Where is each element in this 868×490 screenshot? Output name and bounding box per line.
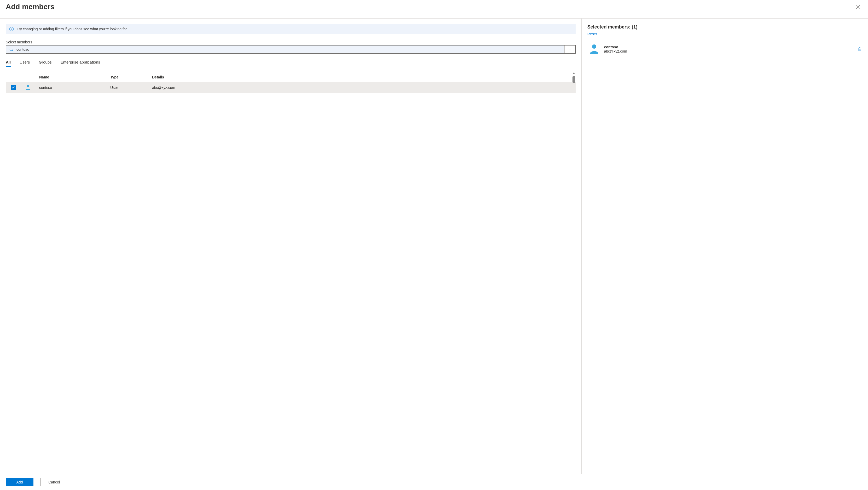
clear-icon — [568, 48, 572, 51]
check-icon — [12, 86, 15, 89]
user-icon — [589, 44, 599, 54]
trash-icon — [858, 47, 862, 51]
selected-item-name: contoso — [604, 45, 856, 49]
row-type: User — [110, 86, 152, 90]
clear-search-button[interactable] — [564, 46, 576, 53]
svg-point-7 — [592, 45, 596, 49]
search-input[interactable] — [17, 46, 564, 53]
tab-enterprise-applications[interactable]: Enterprise applications — [61, 60, 100, 67]
remove-selected-button[interactable] — [856, 47, 864, 51]
add-button[interactable]: Add — [6, 478, 33, 486]
info-icon: i — [9, 27, 13, 31]
results-scrollbar[interactable] — [572, 73, 576, 474]
info-banner: i Try changing or adding filters if you … — [6, 24, 576, 34]
selected-item: contoso abc@xyz.com — [587, 41, 865, 57]
row-details: abc@xyz.com — [152, 86, 576, 90]
svg-line-3 — [12, 50, 13, 51]
selected-list: contoso abc@xyz.com — [587, 41, 865, 57]
column-header-details: Details — [152, 75, 576, 79]
results-list: Name Type Details — [6, 73, 576, 474]
search-icon — [6, 46, 17, 53]
close-button[interactable] — [854, 3, 862, 11]
user-icon — [25, 84, 31, 90]
dialog-title: Add members — [6, 3, 55, 11]
scroll-up-icon — [572, 73, 575, 74]
svg-point-2 — [10, 48, 12, 50]
result-row[interactable]: contoso User abc@xyz.com — [6, 82, 576, 93]
cancel-button[interactable]: Cancel — [40, 478, 68, 486]
column-header-name: Name — [37, 75, 110, 79]
info-text: Try changing or adding filters if you do… — [17, 27, 127, 31]
tab-groups[interactable]: Groups — [39, 60, 52, 67]
tab-all[interactable]: All — [6, 60, 11, 67]
row-checkbox[interactable] — [11, 85, 16, 90]
selected-item-details: abc@xyz.com — [604, 49, 856, 53]
scroll-thumb[interactable] — [572, 76, 575, 83]
search-label: Select members — [6, 40, 576, 44]
svg-point-6 — [27, 85, 29, 87]
search-field[interactable] — [6, 45, 576, 54]
tab-users[interactable]: Users — [20, 60, 30, 67]
selected-header: Selected members: (1) — [587, 24, 865, 30]
filter-tabs: All Users Groups Enterprise applications — [6, 60, 576, 67]
column-header-type: Type — [110, 75, 152, 79]
row-name: contoso — [37, 86, 110, 90]
reset-link[interactable]: Reset — [587, 32, 597, 36]
close-icon — [856, 5, 860, 9]
